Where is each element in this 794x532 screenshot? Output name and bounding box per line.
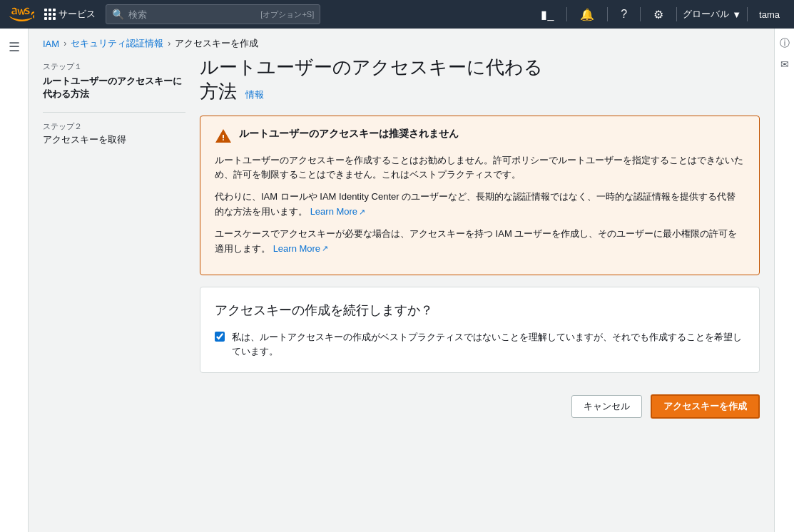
warning-body: ルートユーザーのアクセスキーを作成することはお勧めしません。許可ポリシーでルート… bbox=[215, 153, 745, 257]
learn-more-1-label: Learn More bbox=[310, 205, 357, 220]
breadcrumb-sep-1: › bbox=[63, 39, 66, 48]
warning-text3: ユースケースでアクセスキーが必要な場合は、アクセスキーを持つ IAM ユーザーを… bbox=[215, 227, 745, 257]
services-menu[interactable]: サービス bbox=[40, 8, 100, 21]
action-row: キャンセル アクセスキーを作成 bbox=[200, 387, 760, 426]
region-selector[interactable]: グローバル ▼ bbox=[683, 8, 741, 21]
warning-icon bbox=[215, 128, 232, 145]
right-sidebar: ⓘ ✉ bbox=[774, 29, 794, 532]
settings-icon[interactable]: ⚙ bbox=[646, 8, 671, 21]
search-input[interactable] bbox=[128, 9, 256, 20]
step-divider bbox=[43, 112, 185, 113]
nav-divider-2 bbox=[607, 7, 608, 21]
search-shortcut: [オプション+S] bbox=[260, 9, 314, 20]
breadcrumb-security[interactable]: セキュリティ認証情報 bbox=[71, 37, 163, 50]
external-link-icon-2: ↗ bbox=[322, 242, 328, 255]
page-wrapper: ☰ IAM › セキュリティ認証情報 › アクセスキーを作成 ステップ１ ルート… bbox=[0, 29, 794, 532]
page-title-container: ルートユーザーのアクセスキーに代わる方法 情報 bbox=[200, 56, 760, 104]
top-navigation: サービス 🔍 [オプション+S] ▮_ 🔔 ? ⚙ グローバル ▼ tama bbox=[0, 0, 794, 29]
external-link-icon-1: ↗ bbox=[359, 206, 365, 219]
left-sidebar: ☰ bbox=[0, 29, 29, 532]
info-panel-icon[interactable]: ⓘ bbox=[777, 34, 793, 53]
info-link[interactable]: 情報 bbox=[245, 89, 264, 100]
step1-title: ルートユーザーのアクセスキーに代わる方法 bbox=[43, 75, 185, 101]
learn-more-link-2[interactable]: Learn More ↗ bbox=[273, 242, 328, 257]
bell-icon[interactable]: 🔔 bbox=[573, 8, 601, 21]
warning-text2: 代わりに、IAM ロールや IAM Identity Center のユーザーな… bbox=[215, 190, 745, 220]
hamburger-icon[interactable]: ☰ bbox=[1, 34, 27, 60]
warning-text2-prefix: 代わりに、IAM ロールや IAM Identity Center のユーザーな… bbox=[215, 191, 736, 217]
create-access-key-button[interactable]: アクセスキーを作成 bbox=[651, 394, 760, 419]
warning-title: ルートユーザーのアクセスキーは推奨されません bbox=[239, 128, 459, 140]
feedback-icon[interactable]: ✉ bbox=[778, 56, 792, 73]
nav-divider-1 bbox=[566, 7, 567, 21]
main-panel: ルートユーザーのアクセスキーに代わる方法 情報 ルートユーザーのアクセスキーは推… bbox=[200, 56, 760, 518]
search-bar[interactable]: 🔍 [オプション+S] bbox=[106, 4, 320, 24]
breadcrumb-current: アクセスキーを作成 bbox=[175, 37, 258, 50]
breadcrumb: IAM › セキュリティ認証情報 › アクセスキーを作成 bbox=[29, 29, 774, 56]
understand-checkbox[interactable] bbox=[215, 332, 225, 342]
step-nav: ステップ１ ルートユーザーのアクセスキーに代わる方法 ステップ２ アクセスキーを… bbox=[43, 56, 185, 518]
breadcrumb-iam[interactable]: IAM bbox=[43, 39, 59, 49]
main-content: IAM › セキュリティ認証情報 › アクセスキーを作成 ステップ１ ルートユー… bbox=[29, 29, 774, 532]
step1-label: ステップ１ bbox=[43, 61, 185, 72]
step2-label: ステップ２ bbox=[43, 121, 185, 132]
learn-more-link-1[interactable]: Learn More ↗ bbox=[310, 205, 365, 220]
region-chevron: ▼ bbox=[732, 9, 741, 20]
learn-more-2-label: Learn More bbox=[273, 242, 320, 257]
content-area: ステップ１ ルートユーザーのアクセスキーに代わる方法 ステップ２ アクセスキーを… bbox=[29, 56, 774, 532]
continue-title: アクセスキーの作成を続行しますか？ bbox=[215, 302, 745, 319]
help-icon[interactable]: ? bbox=[614, 8, 634, 21]
warning-box: ルートユーザーのアクセスキーは推奨されません ルートユーザーのアクセスキーを作成… bbox=[200, 116, 760, 276]
checkbox-label[interactable]: 私は、ルートアクセスキーの作成がベストプラクティスではないことを理解していますが… bbox=[232, 330, 745, 358]
breadcrumb-sep-2: › bbox=[168, 39, 170, 48]
user-menu[interactable]: tama bbox=[753, 9, 785, 20]
warning-header: ルートユーザーのアクセスキーは推奨されません bbox=[215, 128, 745, 145]
services-label: サービス bbox=[58, 8, 96, 21]
aws-logo[interactable] bbox=[9, 6, 34, 23]
warning-text1: ルートユーザーのアクセスキーを作成することはお勧めしません。許可ポリシーでルート… bbox=[215, 153, 745, 183]
terminal-icon[interactable]: ▮_ bbox=[534, 8, 561, 21]
nav-divider-5 bbox=[747, 7, 748, 21]
search-icon: 🔍 bbox=[112, 9, 124, 20]
nav-divider-4 bbox=[676, 7, 677, 21]
step2-title: アクセスキーを取得 bbox=[43, 133, 185, 146]
cancel-button[interactable]: キャンセル bbox=[571, 395, 642, 418]
checkbox-row: 私は、ルートアクセスキーの作成がベストプラクティスではないことを理解していますが… bbox=[215, 330, 745, 358]
nav-divider-3 bbox=[640, 7, 641, 21]
continue-box: アクセスキーの作成を続行しますか？ 私は、ルートアクセスキーの作成がベストプラク… bbox=[200, 287, 760, 373]
region-label: グローバル bbox=[683, 8, 729, 21]
